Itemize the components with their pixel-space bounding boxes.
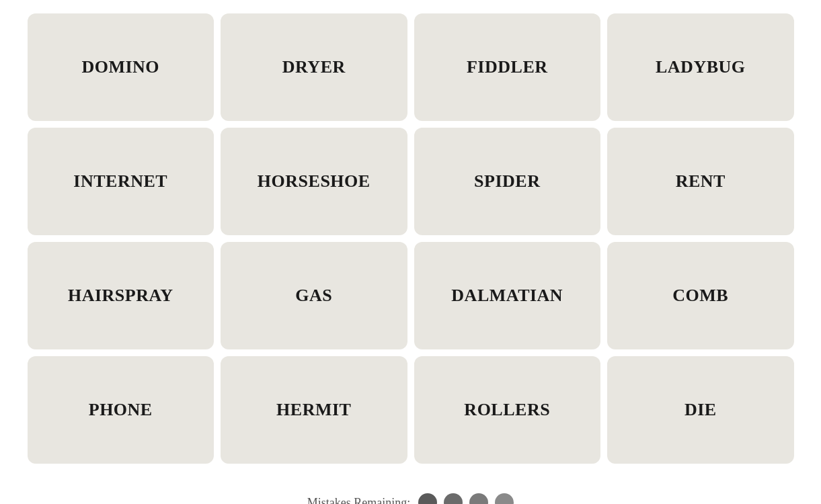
word-card-ladybug[interactable]: LADYBUG xyxy=(607,13,794,121)
word-label-rollers: ROLLERS xyxy=(457,393,557,427)
word-card-horseshoe[interactable]: HORSESHOE xyxy=(221,128,407,235)
word-label-hermit: HERMIT xyxy=(270,393,358,427)
word-card-dalmatian[interactable]: DALMATIAN xyxy=(414,242,601,349)
word-card-spider[interactable]: SPIDER xyxy=(414,128,601,235)
word-card-fiddler[interactable]: FIDDLER xyxy=(414,13,601,121)
word-label-fiddler: FIDDLER xyxy=(460,50,555,84)
mistakes-label: Mistakes Remaining: xyxy=(307,496,410,505)
word-label-dryer: DRYER xyxy=(276,50,352,84)
word-label-internet: INTERNET xyxy=(67,165,174,198)
mistake-dot-3 xyxy=(469,493,488,504)
word-card-hermit[interactable]: HERMIT xyxy=(221,356,407,464)
word-label-dalmatian: DALMATIAN xyxy=(444,279,570,312)
word-card-hairspray[interactable]: HAIRSPRAY xyxy=(28,242,214,349)
word-label-domino: DOMINO xyxy=(75,50,166,84)
word-label-rent: RENT xyxy=(669,165,732,198)
word-card-rollers[interactable]: ROLLERS xyxy=(414,356,601,464)
word-card-internet[interactable]: INTERNET xyxy=(28,128,214,235)
word-label-spider: SPIDER xyxy=(467,165,547,198)
mistake-dot-4 xyxy=(495,493,514,504)
word-card-rent[interactable]: RENT xyxy=(607,128,794,235)
mistake-dot-2 xyxy=(444,493,463,504)
game-grid: DOMINODRYERFIDDLERLADYBUGINTERNETHORSESH… xyxy=(14,0,808,477)
mistakes-dots xyxy=(418,493,514,504)
word-card-phone[interactable]: PHONE xyxy=(28,356,214,464)
word-card-gas[interactable]: GAS xyxy=(221,242,407,349)
word-card-dryer[interactable]: DRYER xyxy=(221,13,407,121)
word-label-die: DIE xyxy=(678,393,724,427)
mistakes-section: Mistakes Remaining: xyxy=(307,493,514,504)
word-card-domino[interactable]: DOMINO xyxy=(28,13,214,121)
word-card-die[interactable]: DIE xyxy=(607,356,794,464)
word-label-ladybug: LADYBUG xyxy=(649,50,752,84)
word-label-hairspray: HAIRSPRAY xyxy=(61,279,180,312)
word-label-comb: COMB xyxy=(666,279,735,312)
word-card-comb[interactable]: COMB xyxy=(607,242,794,349)
word-label-horseshoe: HORSESHOE xyxy=(251,165,377,198)
mistake-dot-1 xyxy=(418,493,437,504)
word-label-gas: GAS xyxy=(288,279,339,312)
word-label-phone: PHONE xyxy=(82,393,159,427)
